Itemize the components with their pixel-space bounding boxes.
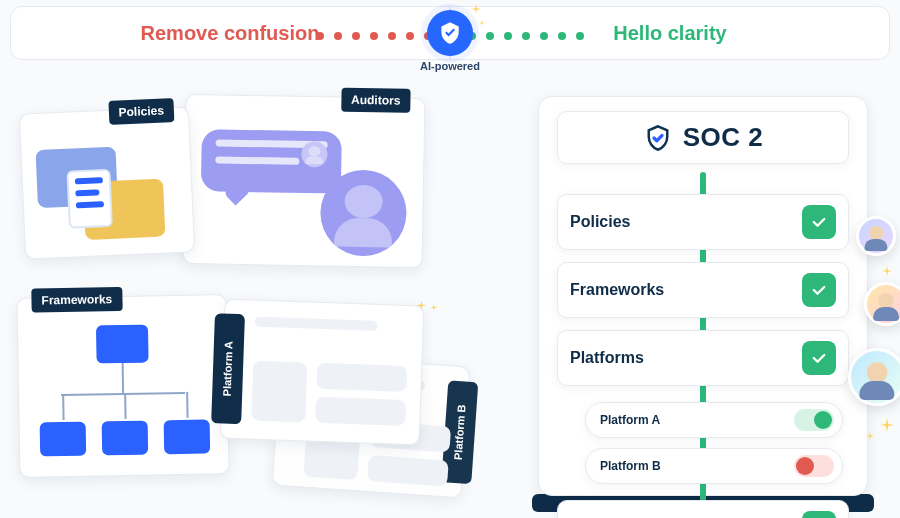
platforms-sublist: Platform A Platform B <box>585 402 843 484</box>
brand-mark-icon <box>427 10 473 56</box>
avatar <box>864 282 900 326</box>
platform-a-row: Platform A <box>585 402 843 438</box>
check-icon <box>802 205 836 239</box>
row-frameworks: Frameworks <box>557 262 849 318</box>
row-label: Policies <box>570 213 630 231</box>
document-icon <box>66 169 112 229</box>
hello-clarity-label: Hello clarity <box>613 22 726 45</box>
policies-tag: Policies <box>108 98 174 125</box>
clarity-panel: SOC 2 Policies Frameworks Platforms Plat… <box>518 96 888 506</box>
org-chart-icon <box>34 323 212 456</box>
soc2-title: SOC 2 <box>683 122 764 153</box>
platform-a-card: Platform A <box>220 299 425 446</box>
row-platforms: Platforms <box>557 330 849 386</box>
hello-clarity-panel: Hello clarity <box>450 6 890 60</box>
sparkle-icon <box>412 296 438 315</box>
sparkle-icon <box>880 418 894 432</box>
check-icon <box>802 273 836 307</box>
frameworks-card: Frameworks <box>16 294 229 478</box>
check-icon <box>802 511 836 518</box>
avatar <box>856 216 896 256</box>
avatar <box>848 348 900 406</box>
frameworks-tag: Frameworks <box>31 287 122 313</box>
confusion-collage: Auditors Policies Frameworks Platform B <box>8 96 468 506</box>
platform-a-toggle[interactable] <box>794 409 834 431</box>
auditors-card: Auditors <box>183 94 426 268</box>
ai-powered-label: AI-powered <box>420 60 480 72</box>
soc2-rows: Policies Frameworks Platforms Platform A… <box>557 194 849 518</box>
auditors-tag: Auditors <box>341 88 411 113</box>
row-label: Frameworks <box>570 281 664 299</box>
platform-a-tab: Platform A <box>211 313 245 424</box>
sparkle-icon <box>471 4 481 14</box>
sparkle-icon <box>882 266 892 276</box>
remove-confusion-label: Remove confusion <box>141 22 320 45</box>
row-policies: Policies <box>557 194 849 250</box>
policies-card: Policies <box>19 106 195 259</box>
check-icon <box>802 341 836 375</box>
person-icon <box>320 169 407 256</box>
platform-b-row: Platform B <box>585 448 843 484</box>
row-label: Platforms <box>570 349 644 367</box>
platform-b-toggle[interactable] <box>794 455 834 477</box>
platform-b-label: Platform B <box>600 459 661 473</box>
soc2-card: SOC 2 Policies Frameworks Platforms Plat… <box>538 96 868 496</box>
soc2-header: SOC 2 <box>557 111 849 164</box>
platform-a-label: Platform A <box>600 413 660 427</box>
shield-check-icon <box>643 123 673 153</box>
row-auditors: Auditors <box>557 500 849 518</box>
ai-powered-badge: AI-powered <box>420 6 480 72</box>
remove-confusion-panel: Remove confusion <box>10 6 450 60</box>
spine-connector <box>557 172 849 186</box>
